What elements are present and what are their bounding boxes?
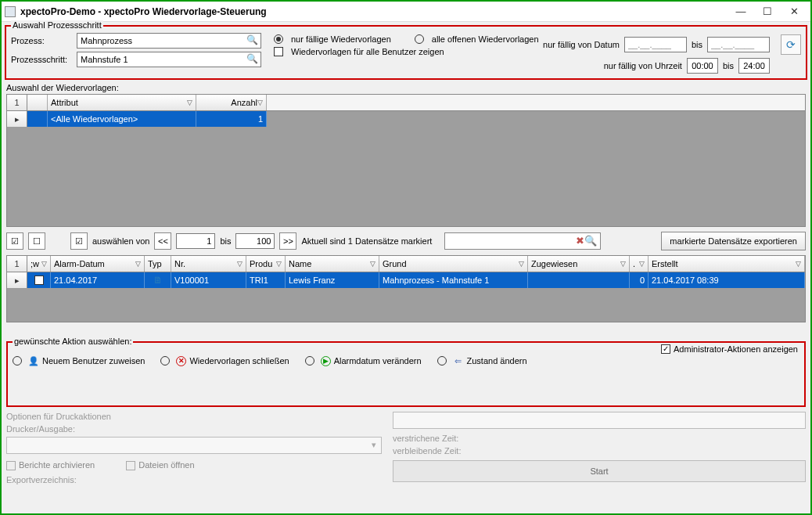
grid-wiedervorlagen[interactable]: 1 Attribut▽ Anzahl▽ ▸ <Alle Wiedervorlag… — [6, 94, 806, 227]
minimize-button[interactable]: — — [728, 3, 754, 20]
row-indicator: ▸ — [7, 111, 27, 127]
select-none-button[interactable]: ☐ — [28, 232, 45, 250]
titlebar: xpectoPro-Demo - xpectoPro Wiedervorlage… — [2, 2, 810, 22]
selection-toolbar: ☑ ☐ ☑ auswählen von << bis >> Aktuell si… — [6, 232, 806, 250]
maximize-button[interactable]: ☐ — [754, 3, 781, 20]
radio-alle-label: alle offenen Wiedervorlagen — [432, 34, 539, 44]
close-icon: ✕ — [176, 356, 186, 366]
action-assign-user[interactable]: 👤Neuem Benutzer zuweisen — [13, 355, 145, 366]
col-rownum[interactable]: 1 — [7, 95, 27, 110]
col-anzahl[interactable]: Anzahl▽ — [196, 95, 267, 110]
date-to-input[interactable] — [707, 37, 770, 52]
admin-label: Administrator-Aktionen anzeigen — [674, 344, 798, 354]
search-box[interactable]: ✖🔍 — [444, 232, 601, 250]
auswaehlen-label: auswählen von — [92, 236, 149, 246]
refresh-button[interactable]: ⟳ — [781, 34, 801, 55]
drucker-label: Drucker/Ausgabe: — [6, 424, 382, 434]
g2-cell-grund: Mahnprozess - Mahnstufe 1 — [379, 272, 528, 288]
action-legend: gewünschte Aktion auswählen: — [13, 337, 133, 346]
search-icon[interactable]: 🔍 — [246, 53, 258, 64]
date-label: nur fällig von Datum — [543, 40, 620, 49]
prozess-combo[interactable]: 🔍 — [77, 33, 261, 49]
print-legend: Optionen für Druckaktionen — [6, 412, 382, 421]
search-icon[interactable]: 🔍 — [246, 34, 258, 45]
range-prev-button[interactable]: << — [154, 232, 171, 250]
col-blank[interactable] — [27, 95, 48, 110]
radio-faellig-label: nur fällige Wiedervorlagen — [291, 34, 391, 44]
g2-col-zug[interactable]: Zugewiesen▽ — [528, 256, 630, 272]
time-to-input[interactable] — [738, 58, 770, 74]
schritt-combo[interactable]: 🔍 — [77, 52, 261, 67]
g2-col-erstellt[interactable]: Erstellt▽ — [649, 256, 805, 272]
user-icon: 👤 — [28, 355, 39, 366]
admin-checkbox-row: Administrator-Aktionen anzeigen — [661, 344, 798, 354]
bis-label-3: bis — [220, 236, 231, 246]
g2-col-nr[interactable]: Nr.▽ — [171, 256, 246, 272]
bis-label-2: bis — [723, 61, 734, 70]
col-attribut[interactable]: Attribut▽ — [48, 95, 196, 110]
time-from-input[interactable] — [687, 58, 718, 74]
g2-cell-zug — [528, 272, 630, 288]
grid2-row[interactable]: ▸ 21.04.2017 🗎 V100001 TRI1 Lewis Franz … — [7, 272, 805, 288]
radio-alle[interactable] — [415, 34, 424, 44]
window-title: xpectoPro-Demo - xpectoPro Wiedervorlage… — [20, 6, 728, 17]
archive-option[interactable]: Berichte archivieren — [6, 460, 95, 470]
prozess-input[interactable] — [77, 33, 261, 49]
select-all-button[interactable]: ☑ — [6, 232, 23, 250]
radio-faellig[interactable] — [274, 34, 283, 44]
time-label: nur fällig von Uhrzeit — [604, 61, 682, 70]
open-files-option[interactable]: Dateien öffnen — [126, 460, 194, 470]
action-close[interactable]: ✕Wiedervorlagen schließen — [160, 356, 289, 366]
range-from-input[interactable] — [176, 233, 215, 249]
search-clear-icon[interactable]: ✖🔍 — [576, 235, 597, 247]
g2-col-name[interactable]: Name▽ — [286, 256, 379, 272]
grid1-legend: Auswahl der Wiedervorlagen: — [6, 83, 806, 92]
g2-row-indicator: ▸ — [7, 272, 27, 288]
range-to-input[interactable] — [235, 233, 275, 249]
g2-cell-name: Lewis Franz — [286, 272, 379, 288]
g2-col-rownum[interactable]: 1 — [7, 256, 27, 272]
app-icon — [5, 6, 16, 17]
cell-anzahl: 1 — [196, 111, 267, 127]
range-next-button[interactable]: >> — [279, 232, 296, 250]
g2-cell-check[interactable] — [27, 272, 51, 288]
schritt-input[interactable] — [77, 52, 261, 67]
bis-label: bis — [692, 40, 702, 49]
g2-col-alarm[interactable]: Alarm-Datum▽ — [51, 256, 145, 272]
g2-cell-erstellt: 21.04.2017 08:39 — [649, 272, 805, 288]
g2-col-dot[interactable]: .▽ — [630, 256, 649, 272]
status-text: Aktuell sind 1 Datensätze markiert — [301, 236, 432, 246]
action-box: gewünschte Aktion auswählen: Administrat… — [6, 341, 806, 407]
print-options: Optionen für Druckaktionen Drucker/Ausga… — [6, 412, 382, 488]
bottom-panel: Optionen für Druckaktionen Drucker/Ausga… — [6, 412, 806, 488]
document-icon: 🗎 — [153, 275, 163, 286]
grid2-header: 1 ;w▽ Alarm-Datum▽ Typ Nr.▽ Produ▽ Name▽… — [7, 256, 805, 272]
grid1-row[interactable]: ▸ <Alle Wiedervorlagen> 1 — [7, 111, 805, 127]
chk-allusers[interactable] — [274, 47, 283, 56]
admin-checkbox[interactable] — [661, 344, 670, 354]
drucker-select[interactable] — [6, 437, 382, 454]
select-range-check[interactable]: ☑ — [70, 232, 88, 250]
close-button[interactable]: ✕ — [781, 3, 807, 20]
progress-panel: verstrichene Zeit: verbleibende Zeit: St… — [393, 412, 806, 488]
date-from-input[interactable] — [624, 37, 687, 52]
g2-col-grund[interactable]: Grund▽ — [379, 256, 528, 272]
grid1-header: 1 Attribut▽ Anzahl▽ — [7, 95, 805, 111]
clock-icon: ▶ — [321, 356, 331, 366]
filter-options: nur fällige Wiedervorlagen alle offenen … — [274, 30, 539, 56]
action-change-alarm[interactable]: ▶Alarmdatum verändern — [305, 356, 422, 366]
export-button[interactable]: markierte Datensätze exportieren — [661, 232, 806, 250]
elapsed-label: verstrichene Zeit: — [393, 434, 806, 443]
g2-col-prod[interactable]: Produ▽ — [246, 256, 286, 272]
arrow-icon: ⇐ — [453, 355, 464, 366]
g2-col-typ[interactable]: Typ — [145, 256, 171, 272]
start-button[interactable]: Start — [393, 460, 806, 482]
process-legend: Auswahl Prozessschritt — [11, 20, 103, 30]
row-blank — [27, 111, 48, 127]
g2-cell-prod: TRI1 — [246, 272, 286, 288]
g2-col-sw[interactable]: ;w▽ — [27, 256, 51, 272]
action-change-state[interactable]: ⇐Zustand ändern — [437, 355, 527, 366]
grid-datensaetze[interactable]: 1 ;w▽ Alarm-Datum▽ Typ Nr.▽ Produ▽ Name▽… — [6, 255, 806, 322]
schritt-label: Prozessschritt: — [11, 55, 72, 64]
prozess-label: Prozess: — [11, 36, 72, 45]
